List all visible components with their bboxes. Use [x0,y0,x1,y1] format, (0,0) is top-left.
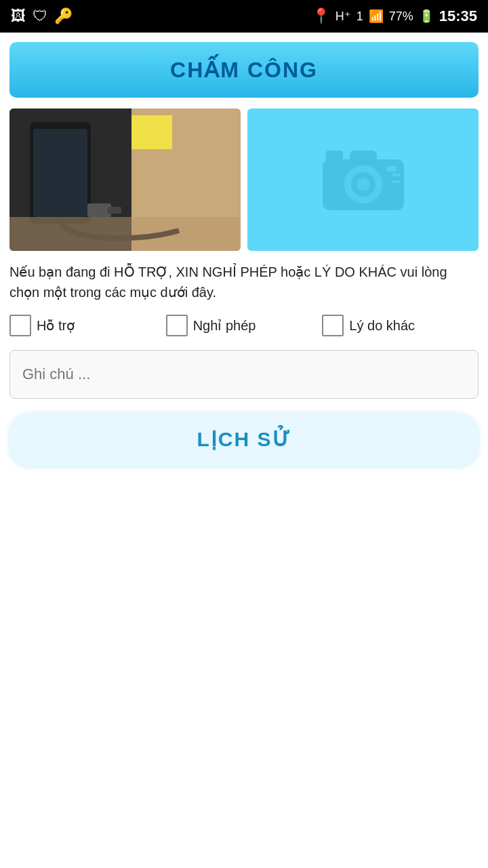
network-icon: H⁺ [336,9,351,24]
status-bar: 🖼 🛡 🔑 📍 H⁺ 1 📶 77% 🔋 15:35 [0,0,488,33]
svg-rect-3 [33,129,87,217]
capture-photo-box[interactable] [9,108,241,251]
clock: 15:35 [439,7,477,25]
camera-button[interactable] [247,108,479,251]
shield-icon: 🛡 [33,7,47,25]
status-left-icons: 🖼 🛡 🔑 [11,7,73,25]
svg-rect-5 [9,217,241,251]
checkbox-nghi-phep-input[interactable] [166,315,188,336]
cham-cong-button[interactable]: CHẤM CÔNG [9,42,479,98]
signal-bars-icon: 📶 [369,9,384,24]
battery-percent: 77% [389,9,413,24]
svg-rect-10 [326,151,343,161]
checkbox-ho-tro-label: Hỗ trợ [37,317,75,334]
checkbox-nghi-phep[interactable]: Nghỉ phép [166,315,323,336]
camera-icon [319,142,407,217]
checkbox-nghi-phep-label: Nghỉ phép [193,317,256,334]
svg-rect-6 [87,203,111,217]
svg-point-13 [357,178,370,191]
history-button[interactable]: LỊCH SỬ [9,412,479,466]
main-content: CHẤM CÔNG [0,33,488,466]
svg-rect-9 [350,151,377,164]
image-row [9,108,479,251]
svg-rect-14 [387,166,396,172]
svg-rect-4 [131,115,172,149]
checkbox-ly-do-khac[interactable]: Lý do khác [322,315,479,336]
checkbox-ho-tro[interactable]: Hỗ trợ [9,315,166,336]
checkbox-row: Hỗ trợ Nghỉ phép Lý do khác [9,315,479,336]
info-text: Nếu bạn đang đi HỖ TRỢ, XIN NGHỈ PHÉP ho… [9,262,479,302]
image-icon: 🖼 [11,7,26,25]
location-icon: 📍 [312,7,330,25]
sim-icon: 1 [357,9,363,24]
svg-rect-7 [108,207,121,214]
checkbox-ly-do-khac-label: Lý do khác [349,318,415,334]
checkbox-ly-do-khac-input[interactable] [322,315,344,336]
status-right-info: 📍 H⁺ 1 📶 77% 🔋 15:35 [312,7,477,25]
checkbox-ho-tro-input[interactable] [9,315,31,336]
note-input[interactable] [9,350,479,399]
captured-photo-svg [9,108,241,251]
key-icon: 🔑 [54,7,73,25]
battery-icon: 🔋 [419,9,434,24]
